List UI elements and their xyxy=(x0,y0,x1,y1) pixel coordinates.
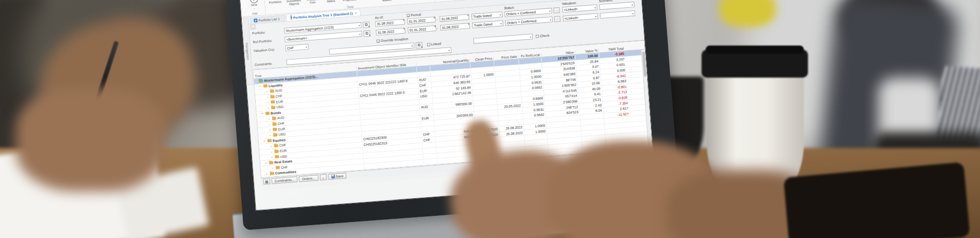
tree-caret-icon[interactable] xyxy=(270,133,273,137)
valuation-label: Valuation: xyxy=(562,1,577,5)
trade-dated-select[interactable]: Trade Dated▾ xyxy=(472,11,503,19)
period-to-input[interactable]: 31.08.2022 xyxy=(440,14,470,22)
analysis-tree-tab-icon: ┣ xyxy=(290,16,292,20)
collapse-panel-icon[interactable]: ‹ xyxy=(251,24,256,29)
new-button[interactable]: + New ⌄ xyxy=(245,0,263,10)
folder-icon xyxy=(274,150,278,153)
chevron-down-icon: ▾ xyxy=(359,24,360,27)
save-disk-icon xyxy=(331,175,335,179)
as-of-date-input[interactable]: 31.08.2022 xyxy=(375,19,405,27)
tree-caret-icon[interactable] xyxy=(266,161,269,165)
folder-icon xyxy=(263,84,268,88)
folder-icon xyxy=(273,133,277,137)
folder-icon xyxy=(274,144,278,147)
folder-icon xyxy=(272,117,276,121)
ribbon-button[interactable]: ⊡ Investment Objects xyxy=(284,0,303,6)
tree-caret-icon[interactable] xyxy=(267,101,270,104)
checkbox-checked-icon: ✓ xyxy=(377,39,380,42)
ribbon-button[interactable]: ▦ Analysis Matrix xyxy=(321,0,340,4)
portfolio-search-icon[interactable] xyxy=(363,22,370,28)
folder-icon xyxy=(276,166,280,170)
tree-caret-icon[interactable] xyxy=(260,85,263,88)
as-of-label: As of: xyxy=(375,16,383,20)
checkbox-empty-icon xyxy=(536,35,539,38)
constraints-label: Constraints: xyxy=(254,62,272,67)
portfolio-tab-icon: P xyxy=(254,19,258,23)
scenario-label: Scenario: xyxy=(599,0,613,3)
save-button[interactable]: Save xyxy=(328,173,347,180)
folder-icon xyxy=(259,79,263,83)
check-select[interactable]: ▾ xyxy=(473,34,533,44)
date-dash: - xyxy=(437,18,438,21)
ribbon-group-add: + New ⌄ Add xyxy=(243,0,266,17)
ref-portfolio-search-icon[interactable] xyxy=(363,31,370,37)
period-from-input[interactable]: 01.01.2022 xyxy=(407,17,436,24)
ribbon-button[interactable]: ▨ Investment Proposals xyxy=(340,0,359,2)
status-more-button-2[interactable]: ... xyxy=(554,16,561,22)
period-from-input-2[interactable]: 01.01.2022 xyxy=(408,25,437,33)
folder-icon xyxy=(270,172,274,175)
date-dash: - xyxy=(437,26,439,30)
override-inception-checkbox[interactable]: ✓ Override Inception xyxy=(377,37,408,43)
folder-icon xyxy=(272,122,276,126)
tree-caret-icon[interactable] xyxy=(271,155,274,158)
ribbon-button[interactable]: ▧ Overview Money Market xyxy=(377,0,396,3)
as-of-date-input-2[interactable]: 31.08.2022 xyxy=(376,27,406,35)
status-select-2[interactable]: Orders + Confirmed▾ xyxy=(505,17,553,26)
folder-icon xyxy=(266,112,270,115)
period-to-input-2[interactable]: 31.08.2022 xyxy=(440,23,470,31)
tree-caret-icon[interactable] xyxy=(267,95,270,98)
chevron-down-icon: ⌄ xyxy=(253,6,256,9)
tree-caret-icon[interactable] xyxy=(264,139,267,142)
valuation-select-2[interactable]: <Linked>▾ xyxy=(563,13,598,21)
folder-icon xyxy=(268,139,272,143)
tree-caret-icon[interactable] xyxy=(268,117,271,120)
yellow-mug xyxy=(719,0,776,27)
valuation-ccy-select[interactable]: CHF▾ xyxy=(285,44,309,51)
orders-button[interactable]: Orders... xyxy=(299,175,318,182)
tree-caret-icon[interactable] xyxy=(266,172,269,175)
tree-caret-icon[interactable] xyxy=(271,150,274,153)
linked-checkbox[interactable]: Linked xyxy=(427,41,441,46)
ribbon-button[interactable]: ┣ Analysis Tree xyxy=(303,0,321,5)
status-more-button[interactable]: ... xyxy=(553,7,560,13)
grid-view-icon[interactable]: ▦ xyxy=(263,178,270,185)
tree-caret-icon[interactable] xyxy=(268,106,271,109)
folder-icon xyxy=(271,100,275,104)
scenario-select-2[interactable]: ▾ xyxy=(600,10,635,19)
scrollbar-thumb[interactable] xyxy=(642,52,647,77)
ribbon-group-label-add: Add xyxy=(252,11,258,16)
valuation-select[interactable]: <Linked>▾ xyxy=(562,4,598,12)
folder-icon xyxy=(270,90,274,93)
folder-icon xyxy=(270,95,274,98)
linked-search-icon[interactable] xyxy=(415,42,423,49)
tree-caret-icon[interactable] xyxy=(269,128,272,131)
coffee-cup-lid xyxy=(702,50,808,78)
tree-caret-icon[interactable] xyxy=(269,123,272,126)
scenario-select[interactable]: ▾ xyxy=(599,2,635,10)
status-label: Status: xyxy=(504,6,515,10)
left-hand-fingers xyxy=(15,88,165,191)
check-checkbox[interactable]: Check xyxy=(536,34,550,38)
tree-caret-icon[interactable] xyxy=(272,166,275,169)
photo-scene: File Home + New ⌄ Add xyxy=(0,0,980,238)
coffee-cup-lip xyxy=(706,46,804,54)
ribbon-button[interactable]: ❐ Portfolios xyxy=(266,0,284,5)
close-icon[interactable]: × xyxy=(355,11,357,14)
tree-caret-icon[interactable] xyxy=(266,90,269,93)
folder-icon xyxy=(273,128,277,131)
tree-caret-icon[interactable] xyxy=(262,112,265,115)
folder-icon xyxy=(271,106,275,110)
folder-icon xyxy=(275,155,279,159)
ref-portfolio-label: Ref.Portfolio: xyxy=(253,39,272,44)
chevron-down-icon[interactable]: ⌄ xyxy=(320,174,327,181)
period-checkbox[interactable]: ✓ Period: xyxy=(407,12,422,17)
trade-dated-select-2[interactable]: Trade Dated▾ xyxy=(472,20,504,28)
checkbox-checked-icon: ✓ xyxy=(407,13,410,17)
folder-icon xyxy=(269,161,273,165)
valuation-ccy-label: Valuation Ccy: xyxy=(253,48,275,53)
portfolio-label: Portfolio: xyxy=(252,31,266,35)
checkbox-empty-icon xyxy=(427,42,430,46)
tree-caret-icon[interactable] xyxy=(270,144,273,147)
